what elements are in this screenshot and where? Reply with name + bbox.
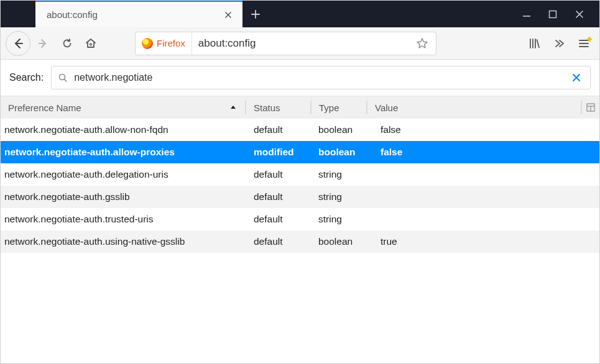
column-header-name[interactable]: Preference Name (1, 101, 246, 114)
cell-type: boolean (318, 236, 381, 247)
column-header-name-label: Preference Name (8, 102, 81, 113)
close-window-icon[interactable] (575, 9, 584, 19)
cell-value: false (381, 147, 599, 158)
window-controls (522, 1, 599, 27)
table-row[interactable]: network.negotiate-auth.trusted-urisdefau… (1, 208, 599, 230)
cell-status: default (254, 169, 318, 180)
search-icon (58, 73, 68, 83)
table-row[interactable]: network.negotiate-auth.using-native-gssl… (1, 230, 599, 253)
browser-tab[interactable]: about:config (35, 1, 242, 27)
search-input[interactable] (73, 71, 564, 84)
table-row[interactable]: network.negotiate-auth.allow-non-fqdndef… (1, 119, 599, 141)
toolbar-right (524, 33, 594, 54)
maximize-icon[interactable] (548, 10, 557, 19)
cell-type: string (318, 191, 381, 202)
column-header-value[interactable]: Value (367, 101, 582, 114)
cell-pref-name: network.negotiate-auth.gsslib (1, 191, 254, 202)
cell-status: default (254, 214, 318, 225)
cell-pref-name: network.negotiate-auth.allow-non-fqdn (1, 124, 254, 135)
svg-rect-0 (550, 11, 556, 17)
new-tab-button[interactable] (242, 1, 269, 27)
cell-status: default (254, 191, 318, 202)
overflow-button[interactable] (548, 33, 570, 54)
home-button[interactable] (80, 33, 101, 54)
column-header-type[interactable]: Type (312, 101, 367, 114)
reload-button[interactable] (57, 33, 78, 54)
cell-type: boolean (318, 147, 381, 158)
cell-pref-name: network.negotiate-auth.allow-proxies (1, 147, 254, 158)
cell-type: string (318, 169, 381, 180)
table-row[interactable]: network.negotiate-auth.allow-proxiesmodi… (1, 141, 599, 163)
column-header-value-label: Value (375, 102, 398, 113)
column-picker-icon[interactable] (582, 103, 599, 112)
cell-pref-name: network.negotiate-auth.delegation-uris (1, 169, 254, 180)
url-text[interactable]: about:config (192, 37, 408, 50)
library-button[interactable] (524, 33, 545, 54)
identity-label: Firefox (157, 38, 185, 48)
menu-button[interactable] (573, 33, 594, 54)
cell-status: default (254, 124, 318, 135)
forward-button[interactable] (33, 33, 54, 54)
column-header-status[interactable]: Status (246, 101, 312, 114)
cell-type: boolean (318, 124, 381, 135)
search-label: Search: (9, 72, 44, 83)
table-header: Preference Name Status Type Value (1, 96, 599, 119)
table-row[interactable]: network.negotiate-auth.gsslibdefaultstri… (1, 186, 599, 208)
cell-pref-name: network.negotiate-auth.using-native-gssl… (1, 236, 254, 247)
close-tab-icon[interactable] (221, 8, 235, 22)
cell-type: string (318, 214, 381, 225)
sort-indicator-icon (230, 105, 236, 110)
table-row[interactable]: network.negotiate-auth.delegation-urisde… (1, 163, 599, 186)
pref-table: Preference Name Status Type Value networ… (1, 96, 599, 253)
search-field[interactable] (51, 66, 591, 89)
url-bar[interactable]: Firefox about:config (135, 32, 436, 55)
cell-value: false (381, 124, 599, 135)
identity-box[interactable]: Firefox (136, 32, 192, 55)
cell-pref-name: network.negotiate-auth.trusted-uris (1, 214, 254, 225)
cell-status: modified (254, 147, 318, 158)
column-header-type-label: Type (319, 102, 339, 113)
tab-title: about:config (47, 9, 98, 20)
bookmark-star-icon[interactable] (408, 37, 436, 50)
firefox-logo-icon (142, 38, 153, 49)
config-search-bar: Search: (1, 60, 599, 96)
minimize-icon[interactable] (522, 10, 531, 19)
column-header-status-label: Status (254, 102, 280, 113)
cell-status: default (254, 236, 318, 247)
titlebar: about:config (1, 1, 599, 27)
back-button[interactable] (6, 31, 30, 56)
clear-search-icon[interactable] (569, 70, 584, 85)
svg-point-1 (90, 43, 92, 45)
cell-value: true (381, 236, 599, 247)
nav-toolbar: Firefox about:config (1, 27, 599, 60)
